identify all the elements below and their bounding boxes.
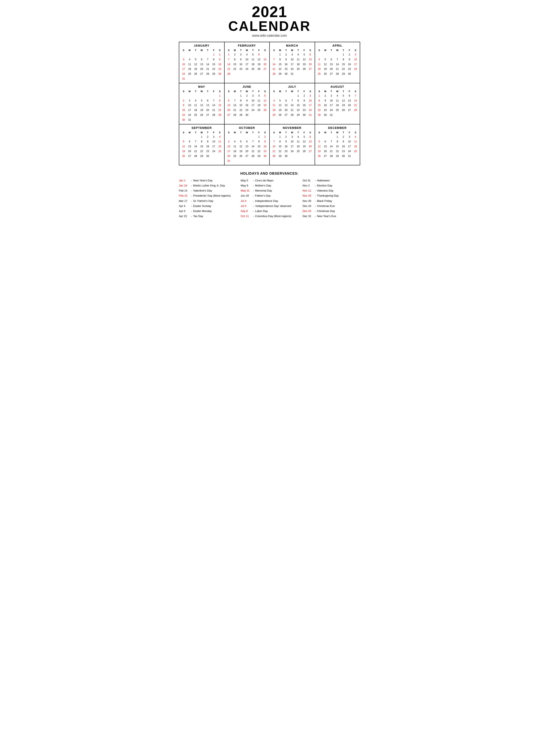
- day-cell: 26: [340, 108, 346, 113]
- day-cell: [205, 76, 211, 81]
- day-cell: 14: [193, 144, 199, 149]
- day-cell: 16: [340, 144, 346, 149]
- day-header: T: [193, 90, 199, 93]
- day-cell: 8: [334, 139, 340, 144]
- holiday-dash: -: [315, 178, 316, 183]
- day-cell: 7: [352, 93, 358, 98]
- day-header: F: [301, 90, 307, 93]
- day-cell: [181, 93, 187, 98]
- day-cell: 3: [352, 52, 358, 57]
- day-header: S: [226, 131, 232, 134]
- day-cell: 7: [232, 98, 238, 103]
- month-name: JUNE: [226, 85, 268, 88]
- day-cell: 24: [328, 108, 335, 113]
- holiday-item: May 5 - Cinco de Mayo: [241, 178, 298, 183]
- day-cell: 27: [283, 113, 289, 118]
- day-cell: 29: [295, 113, 301, 118]
- holiday-name: Thanksgiving Day: [317, 193, 339, 198]
- day-cell: 20: [244, 149, 250, 154]
- day-cell: 7: [328, 139, 335, 144]
- website-url: www.wiki-calendar.com: [179, 34, 360, 38]
- day-cell: 13: [307, 139, 313, 144]
- holiday-dash: -: [191, 199, 192, 204]
- day-cell: [328, 134, 335, 139]
- day-cell: 31: [307, 113, 313, 118]
- day-header: W: [334, 90, 340, 93]
- day-cell: 3: [211, 134, 217, 139]
- holiday-name: Easter Monday: [193, 209, 211, 214]
- day-cell: [295, 71, 301, 76]
- holiday-item: Nov 25 - Thanksgiving Day: [303, 193, 360, 198]
- holiday-item: Mar 17 - St. Patrick's Day: [179, 199, 236, 204]
- day-cell: 11: [256, 98, 262, 103]
- day-cell: 1: [256, 134, 262, 139]
- holiday-name: Cinco de Mayo: [255, 178, 273, 183]
- day-header: S: [226, 48, 232, 52]
- day-cell: [199, 52, 205, 57]
- day-cell: 17: [346, 144, 352, 149]
- day-cell: [187, 134, 193, 139]
- day-header: M: [277, 90, 283, 93]
- day-header: F: [256, 131, 262, 134]
- day-cell: 29: [238, 113, 244, 118]
- day-cell: 11: [232, 144, 238, 149]
- day-cell: 22: [211, 67, 217, 71]
- day-cell: 23: [346, 67, 352, 71]
- day-cell: 18: [271, 108, 277, 113]
- day-cell: 24: [244, 67, 250, 71]
- holiday-item: Feb 14 - Valentine's Day: [179, 188, 236, 193]
- day-cell: 16: [283, 62, 289, 67]
- day-cell: 11: [193, 103, 199, 108]
- day-cell: 29: [334, 154, 340, 159]
- day-header: M: [322, 48, 328, 52]
- day-cell: 16: [322, 103, 328, 108]
- day-cell: 23: [283, 67, 289, 71]
- day-cell: 6: [307, 134, 313, 139]
- day-cell: 25: [271, 113, 277, 118]
- day-cell: 29: [316, 113, 322, 118]
- day-cell: 22: [316, 108, 322, 113]
- day-cell: 8: [232, 57, 238, 62]
- day-cell: 4: [217, 134, 223, 139]
- holiday-date: May 31: [241, 188, 252, 193]
- day-cell: 17: [352, 62, 358, 67]
- day-cell: 1: [277, 134, 283, 139]
- day-cell: 2: [346, 52, 352, 57]
- day-cell: 2: [217, 52, 223, 57]
- day-header: M: [187, 48, 193, 52]
- day-cell: [301, 71, 307, 76]
- holiday-item: Apr 15 - Tax Day: [179, 214, 236, 219]
- day-header: W: [289, 48, 295, 52]
- day-cell: 5: [250, 52, 256, 57]
- day-cell: 16: [283, 144, 289, 149]
- holiday-item: May 9 - Mother's Day: [241, 183, 298, 188]
- day-cell: 7: [211, 98, 217, 103]
- day-cell: [244, 134, 250, 139]
- holiday-item: Nov 26 - Black Friday: [303, 199, 360, 204]
- day-cell: 22: [277, 149, 283, 154]
- day-cell: [205, 52, 211, 57]
- day-cell: [238, 71, 244, 76]
- day-header: T: [193, 48, 199, 52]
- day-cell: 16: [181, 108, 187, 113]
- day-cell: 25: [334, 108, 340, 113]
- day-cell: [181, 52, 187, 57]
- day-cell: 1: [211, 52, 217, 57]
- holiday-item: Nov 2 - Election Day: [303, 183, 360, 188]
- day-cell: 12: [256, 57, 262, 62]
- holiday-dash: -: [191, 193, 192, 198]
- day-cell: 9: [322, 98, 328, 103]
- day-cell: 15: [295, 103, 301, 108]
- day-cell: [322, 134, 328, 139]
- day-header: T: [250, 48, 256, 52]
- day-cell: 30: [262, 154, 268, 159]
- month-block-february: FEBRUARYSMTWTFS1234567891011121314151617…: [225, 42, 270, 83]
- day-cell: [352, 113, 358, 118]
- day-cell: 15: [232, 62, 238, 67]
- day-cell: 12: [193, 62, 199, 67]
- day-header: F: [346, 90, 352, 93]
- holiday-date: Dec 31: [303, 214, 314, 219]
- day-header: S: [316, 90, 322, 93]
- holiday-item: Nov 11 - Veterans Day: [303, 188, 360, 193]
- holiday-dash: -: [253, 183, 254, 188]
